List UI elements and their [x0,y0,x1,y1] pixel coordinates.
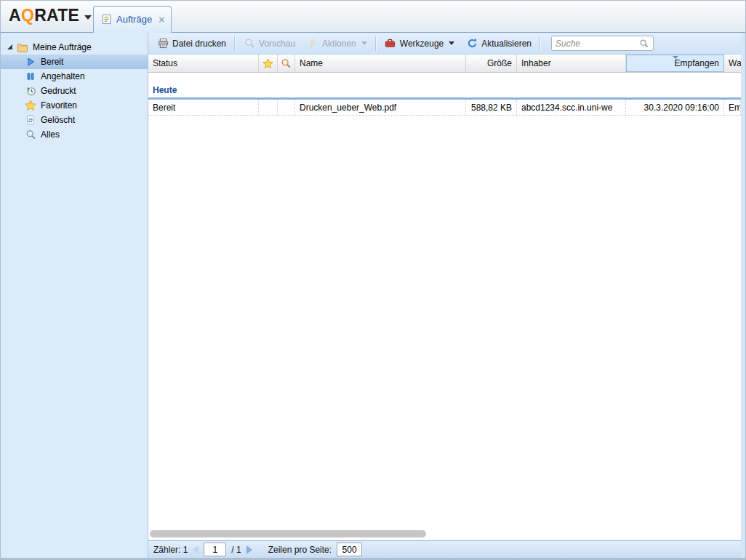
column-header-size[interactable]: Größe [466,55,517,72]
tab-auftraege[interactable]: Aufträge × [93,6,172,33]
previous-page-icon [193,545,198,554]
grid-body: Heute Bereit Drucken_ueber_Web.pdf 588,8… [148,73,741,527]
chevron-down-icon [361,41,367,45]
group-header-heute: Heute [148,85,741,100]
paging-toolbar: Zähler: 1 / 1 Zeilen pro Seite: [148,540,741,558]
column-header-received[interactable]: Empfangen [626,55,724,72]
print-file-button[interactable]: Datei drucken [151,36,232,52]
sidebar-item-label: Alles [41,129,60,140]
column-label: Empfangen [675,58,719,68]
search-icon [639,39,649,49]
scrollbar-thumb[interactable] [150,530,426,537]
toolbar-separator [375,36,377,51]
rows-per-page-input[interactable] [337,543,362,556]
grid-header: Status Name Größe [148,55,741,73]
tab-label: Aufträge [116,14,152,25]
cell-status: Bereit [148,100,259,115]
content-panel: Datei drucken Vorschau Aktionen [148,33,745,558]
magnifier-icon [244,38,255,49]
tree-expander-icon[interactable] [7,44,12,49]
column-label: Wa [729,58,741,68]
sidebar-item-label: Gelöscht [41,115,75,125]
search-input[interactable] [556,39,636,49]
play-icon [25,56,36,68]
cell-preview [278,100,295,115]
sort-desc-icon [673,56,678,59]
app-window: AQRATE Aufträge × Meine Aufträge [0,0,746,560]
column-header-name[interactable]: Name [295,55,466,72]
tools-label: Werkzeuge [400,39,444,49]
sidebar-item-label: Favoriten [41,100,77,111]
tools-button[interactable]: Werkzeuge [379,36,460,52]
column-header-status[interactable]: Status [148,55,259,72]
search-box [551,36,654,51]
recycle-icon [25,114,36,126]
rows-per-page-label: Zeilen pro Seite: [268,545,332,555]
cell-owner: abcd1234.scc.in.uni-we [517,100,626,115]
column-label: Status [153,58,177,68]
folder-icon [17,41,28,53]
cell-queue: Email_ [724,100,741,115]
document-icon [100,14,112,25]
logo-text: AQRATE [9,6,79,25]
toolbar: Datei drucken Vorschau Aktionen [148,33,741,55]
sidebar-root-label: Meine Aufträge [33,42,92,52]
star-icon [25,100,36,111]
chevron-down-icon [449,41,454,45]
refresh-label: Aktualisieren [481,39,532,49]
toolbox-icon [385,38,396,49]
column-header-preview[interactable] [278,55,295,72]
pause-icon [25,71,36,82]
print-file-label: Datei drucken [172,39,226,49]
preview-label: Vorschau [259,39,295,49]
sidebar: Meine Aufträge Bereit Angehalten Gedruck… [1,33,148,558]
cell-favorite [259,100,278,115]
sidebar-item-label: Gedruckt [41,86,76,96]
top-bar: AQRATE Aufträge × [1,1,745,33]
page-number-input[interactable] [204,543,226,556]
horizontal-scrollbar[interactable] [148,527,741,540]
logo-accent-letter: Q [21,6,34,25]
sidebar-item-alles[interactable]: Alles [1,127,148,142]
column-label: Inhaber [521,58,551,68]
toolbar-separator [540,36,541,51]
magnifier-icon [281,58,292,69]
column-label: Größe [487,58,512,68]
sidebar-item-angehalten[interactable]: Angehalten [1,69,148,84]
sidebar-item-geloescht[interactable]: Gelöscht [1,113,148,127]
lightning-icon [307,38,318,49]
toolbar-separator [234,36,236,51]
history-icon [25,85,36,97]
sidebar-item-bereit[interactable]: Bereit [1,55,148,69]
search-icon [25,129,36,140]
preview-button: Vorschau [238,36,301,52]
sidebar-root-meine-auftraege[interactable]: Meine Aufträge [1,39,148,55]
actions-label: Aktionen [322,39,356,49]
close-icon[interactable]: × [159,15,164,25]
refresh-icon [466,38,478,49]
refresh-button[interactable]: Aktualisieren [460,36,537,52]
table-row[interactable]: Bereit Drucken_ueber_Web.pdf 588,82 KB a… [148,100,741,116]
cell-received: 30.3.2020 09:16:00 [626,100,724,115]
next-page-icon[interactable] [246,545,252,554]
chevron-down-icon [84,15,92,20]
sidebar-item-gedruckt[interactable]: Gedruckt [1,84,148,98]
star-icon [262,58,273,69]
sidebar-item-favoriten[interactable]: Favoriten [1,98,148,113]
counter-label: Zähler: 1 [153,545,188,555]
column-label: Name [300,58,323,68]
cell-size: 588,82 KB [466,100,517,115]
column-header-favorite[interactable] [259,55,278,72]
cell-name: Drucken_ueber_Web.pdf [295,100,466,115]
sidebar-item-label: Bereit [41,57,63,67]
printer-icon [157,38,169,49]
column-header-owner[interactable]: Inhaber [517,55,626,72]
actions-button: Aktionen [301,36,373,52]
sidebar-item-label: Angehalten [41,71,85,81]
page-total-label: / 1 [231,545,241,555]
app-logo-menu[interactable]: AQRATE [9,6,92,25]
column-header-queue[interactable]: Wa [724,55,741,72]
